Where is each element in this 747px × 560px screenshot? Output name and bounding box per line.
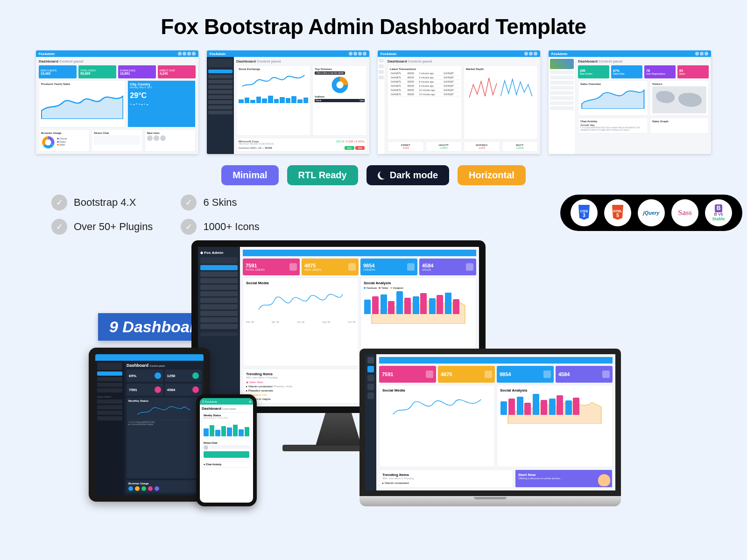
sass-icon: Sass xyxy=(671,199,698,226)
features-section: ✓Bootstrap 4.X ✓Over 50+ Plugins ✓6 Skin… xyxy=(51,195,728,235)
card-title: Social Media xyxy=(246,281,355,285)
brand: FoxAdmin xyxy=(210,52,226,56)
stat-value: 13,651 xyxy=(120,72,154,75)
card-title: Market Depth xyxy=(466,68,536,70)
stat-value: 4,245 xyxy=(160,72,194,75)
card-title: Direct Chat xyxy=(204,441,249,444)
dash-title: Dashboard xyxy=(39,59,58,63)
card-title: Social Analysis xyxy=(364,281,473,285)
jquery-icon: jQuery xyxy=(638,199,665,226)
brand: Fox Admin xyxy=(204,251,223,255)
pill-minimal[interactable]: Minimal xyxy=(221,165,278,185)
check-icon: ✓ xyxy=(51,219,67,235)
css3-icon: CSS3 xyxy=(571,199,598,226)
card-title: Stock Exchange xyxy=(239,68,308,70)
card-title: Latest Transactions xyxy=(390,68,459,70)
dash-sub: Control panel xyxy=(59,59,84,63)
html5-icon: HTML5 xyxy=(604,199,631,226)
card-title: Top Volumes xyxy=(315,68,365,70)
card-title: Trending Items xyxy=(382,473,510,477)
thumb-light-dashboard: FoxAdmin Dashboard Control panel NEW CLI… xyxy=(36,50,198,154)
stat-value: 50,005 xyxy=(80,72,114,75)
pill-rtl[interactable]: RTL Ready xyxy=(287,165,358,185)
tech-strip: CSS3 HTML5 jQuery Sass BB v5Stable xyxy=(560,195,742,231)
buy-button[interactable]: Buy xyxy=(345,146,354,150)
moon-icon xyxy=(378,171,386,180)
svg-text:HTML: HTML xyxy=(613,210,622,213)
feature-item: ✓Over 50+ Plugins xyxy=(51,219,153,235)
chart-icon xyxy=(466,263,473,271)
tablet-mockup: Layout Options Dashboard Control panel 6… xyxy=(89,348,210,502)
legend-item: Firefox xyxy=(59,141,66,143)
svg-point-3 xyxy=(336,82,343,89)
thumb-dark-stock: FoxAdmin Dashboard Control panel Stock E… xyxy=(207,50,369,154)
thumb-sidebar-light: FoxAdmin Dashboard Control panel 255New … xyxy=(549,50,711,154)
legend-item: Chrome xyxy=(59,138,67,140)
feature-item: ✓6 Skins xyxy=(181,195,259,210)
variant-pills: Minimal RTL Ready Dark mode Horizontal xyxy=(19,165,728,185)
hint: Click a slice to see the details xyxy=(315,71,345,75)
device-mockups: 9 Dashboard ◆ Fox Admin 7591TOTAL USERS … xyxy=(19,240,728,502)
card-title: Social Media xyxy=(382,388,492,392)
card-title: Browser Usage xyxy=(41,132,87,134)
card-title: Visitors xyxy=(652,83,706,85)
page-title: Fox Bootstrap Admin Dashboard Template xyxy=(19,14,728,39)
svg-point-1 xyxy=(45,139,51,145)
phone-mockup: ☰ FoxAdmin⚙ Dashboard Control panel Week… xyxy=(196,394,257,506)
card-title: Indices xyxy=(315,95,365,98)
dash-title: Dashboard xyxy=(236,59,256,63)
startnow-title: Start Now xyxy=(518,473,609,477)
card-title: Chat Activity xyxy=(580,120,646,123)
pill-horizontal[interactable]: Horizontal xyxy=(458,165,526,185)
laptop-mockup: 7591 4875 9854 4584 Social Media Social … xyxy=(359,349,621,506)
thumbnail-row: FoxAdmin Dashboard Control panel NEW CLI… xyxy=(19,50,728,154)
plus-icon xyxy=(348,263,356,271)
card-title: Trending Items xyxy=(246,372,370,376)
svg-text:3: 3 xyxy=(583,213,585,218)
feature-item: ✓1000+ Icons xyxy=(181,219,259,235)
sell-button[interactable]: Sell xyxy=(355,146,365,150)
card-title: Sales Overview xyxy=(580,83,646,85)
check-icon: ✓ xyxy=(181,195,197,210)
weather-date: Monday, May 4, 2017 xyxy=(130,86,193,89)
card-title: Sales Graph xyxy=(652,120,706,123)
user-icon xyxy=(289,263,297,271)
card-title: Social Analysis xyxy=(500,388,609,392)
check-icon: ✓ xyxy=(181,219,197,235)
pill-dark[interactable]: Dark mode xyxy=(366,165,449,185)
bootstrap5-icon: BB v5Stable xyxy=(705,199,732,226)
thumb-crypto: FoxAdmin Dashboard Control panel Latest … xyxy=(378,50,540,154)
brand: FoxAdmin xyxy=(551,52,567,56)
card-title: Chat Activity xyxy=(206,463,221,466)
cart-icon xyxy=(407,263,415,271)
weather-temp: 29°C xyxy=(130,91,193,100)
card-title: Browser Usage xyxy=(128,482,199,485)
brand: FoxAdmin xyxy=(39,52,55,56)
brand: FoxAdmin xyxy=(381,52,396,56)
legend-item: Safari xyxy=(59,144,65,146)
stat-value: 7591 xyxy=(246,263,265,268)
check-icon: ✓ xyxy=(51,195,67,210)
transactions-table: 0x04d87b806594 minutes ago0x545d87 0x04d… xyxy=(390,71,459,97)
card-title: Direct Chat xyxy=(94,132,140,134)
card-title: Products Yearly Sales xyxy=(41,83,123,85)
stat-value: 15,402 xyxy=(41,72,75,75)
weather-city: City, Country xyxy=(130,83,193,86)
feature-item: ✓Bootstrap 4.X xyxy=(51,195,153,210)
card-title: New User xyxy=(147,132,193,134)
svg-text:5: 5 xyxy=(616,213,619,218)
